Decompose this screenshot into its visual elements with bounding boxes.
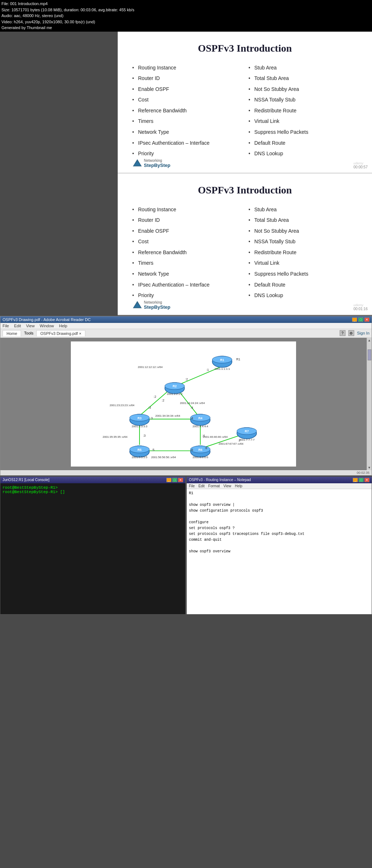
notepad-close-button[interactable]: ✕ [364, 478, 369, 482]
list-item: Enable OSPF [132, 228, 241, 235]
file-info-line2: Size: 10571701 bytes (10.08 MiB), durati… [1, 7, 371, 13]
toolbar-tools[interactable]: Tools [24, 331, 33, 335]
brand-networking-2: Networking [144, 300, 170, 304]
acrobat-scrollbar[interactable]: ▲ ▼ [367, 338, 372, 470]
list-item: IPsec Authentication – Interface [132, 140, 241, 147]
svg-text:2001:2:2:2:2: 2001:2:2:2:2 [167, 392, 182, 395]
slide-2-brand: Networking StepByStep [132, 300, 170, 310]
slide-1-content: Routing InstanceRouter IDEnable OSPFCost… [132, 64, 357, 161]
svg-text:2001:12:12:12::x/64: 2001:12:12:12::x/64 [138, 365, 163, 369]
brand-stepbystep: StepByStep [144, 163, 170, 168]
slide-1-col1-list: Routing InstanceRouter IDEnable OSPFCost… [132, 64, 241, 157]
notepad-menubar: File Edit Format View Help [187, 483, 372, 489]
terminal-close-button[interactable]: ✕ [178, 478, 183, 482]
list-item: NSSA Totally Stub [248, 96, 357, 104]
svg-text:2001:5:5:5:5: 2001:5:5:5:5 [132, 455, 147, 459]
notepad-menu-help[interactable]: Help [235, 484, 243, 488]
svg-text:2001:46:46:46::x/64: 2001:46:46:46::x/64 [203, 435, 228, 438]
list-item: Suppress Hello Packets [248, 129, 357, 136]
svg-text::5: :5 [152, 448, 154, 451]
menu-edit[interactable]: Edit [14, 324, 21, 328]
brand-text: Networking StepByStep [144, 159, 170, 168]
file-info-bar: File: 001 Introduction.mp4 Size: 1057170… [0, 0, 372, 32]
menu-view[interactable]: View [26, 324, 35, 328]
pdf-tab[interactable]: OSPFv3 Drawing.pdf × [36, 330, 85, 336]
list-item: Timers [132, 118, 241, 125]
slide-2-content: Routing InstanceRouter IDEnable OSPFCost… [132, 206, 357, 303]
scrollbar-thumb[interactable] [368, 349, 371, 360]
notepad-maximize-button[interactable]: □ [359, 478, 364, 482]
notepad-minimize-button[interactable]: _ [353, 478, 358, 482]
svg-text::3: :3 [148, 405, 151, 409]
svg-text:2001:6:6:6:6: 2001:6:6:6:6 [193, 455, 208, 459]
list-item: Total Stub Area [248, 217, 357, 224]
slide-2-col2: Stub AreaTotal Stub AreaNot So Stubby Ar… [248, 206, 357, 303]
svg-text:R5: R5 [137, 448, 141, 451]
svg-text::6: :6 [205, 446, 207, 449]
slide-2-col1-list: Routing InstanceRouter IDEnable OSPFCost… [132, 206, 241, 299]
acrobat-statusbar: 00:02:35 [0, 470, 372, 475]
settings-icon[interactable]: ⚙ [348, 330, 354, 336]
acrobat-minimize-button[interactable]: _ [352, 317, 357, 322]
list-item: Reference Bandwidth [132, 107, 241, 115]
list-item: Timers [132, 260, 241, 267]
svg-text:2001:67:67:67::x/64: 2001:67:67:67::x/64 [219, 442, 244, 445]
acrobat-close-button[interactable]: ✕ [364, 317, 369, 322]
terminal-prompt2: root@BestStepByStep-R1> [] [3, 490, 183, 494]
notepad-menu-edit[interactable]: Edit [198, 484, 205, 488]
svg-text:2001:3:3:3:3: 2001:3:3:3:3 [132, 424, 147, 428]
list-item: Priority [132, 292, 241, 299]
acrobat-window: OSPFv3 Drawing.pdf - Adobe Acrobat Reade… [0, 316, 372, 476]
slide-1-timestamp: udemy 00:00:57 [353, 161, 368, 169]
notepad-line [189, 514, 369, 520]
acrobat-toolbar: Home Tools OSPFv3 Drawing.pdf × ? ⚙ Sign… [0, 329, 372, 338]
menu-help[interactable]: Help [59, 324, 67, 328]
notepad-content[interactable]: R1 show ospf3 overview |show configurati… [187, 489, 372, 613]
list-item: Not So Stubby Area [248, 86, 357, 93]
slide-1-col2-list: Stub AreaTotal Stub AreaNot So Stubby Ar… [248, 64, 357, 157]
svg-text:R1: R1 [236, 357, 240, 361]
notepad-line: set protocols ospf3 traceoptions file os… [189, 531, 369, 537]
svg-text:R3: R3 [137, 416, 141, 420]
terminal-minimize-button[interactable]: _ [166, 478, 171, 482]
svg-text:2001:1:1:1:1: 2001:1:1:1:1 [214, 367, 230, 371]
slide-2-col2-list: Stub AreaTotal Stub AreaNot So Stubby Ar… [248, 206, 357, 299]
menu-window[interactable]: Window [40, 324, 54, 328]
brand-text-2: Networking StepByStep [144, 300, 170, 310]
notepad-menu-format[interactable]: Format [208, 484, 220, 488]
list-item: NSSA Totally Stub [248, 238, 357, 245]
acrobat-menubar: File Edit View Window Help [0, 323, 372, 329]
terminal-title: JunOS12.R1 [Local Console] [3, 478, 49, 482]
svg-text::4: :4 [190, 405, 193, 409]
notepad-menu-file[interactable]: File [189, 484, 195, 488]
menu-file[interactable]: File [3, 324, 9, 328]
signin-button[interactable]: Sign In [357, 331, 369, 335]
terminal-maximize-button[interactable]: □ [172, 478, 177, 482]
list-item: Not So Stubby Area [248, 228, 357, 235]
acrobat-titlebar-controls: _ □ ✕ [352, 317, 369, 322]
list-item: Redistribute Route [248, 249, 357, 256]
brand-logo-2-icon [132, 300, 142, 310]
list-item: Stub Area [248, 206, 357, 213]
list-item: Priority [132, 150, 241, 157]
svg-text:R2: R2 [173, 384, 177, 388]
slide-2-timestamp: udemy 00:01:16 [353, 303, 368, 311]
list-item: Redistribute Route [248, 107, 357, 115]
file-info-line3: Audio: aac, 48000 Hz, stereo (und) [1, 13, 371, 19]
svg-text:2001:23:23:23::x/64: 2001:23:23:23::x/64 [110, 403, 135, 407]
acrobat-maximize-button[interactable]: □ [358, 317, 363, 322]
toolbar-home[interactable]: Home [3, 330, 21, 336]
svg-text:2001:34:34:34::x/64: 2001:34:34:34::x/64 [155, 414, 181, 417]
notepad-line: show ospf3 overview [189, 549, 369, 555]
notepad-line: R1 [189, 491, 369, 496]
svg-text:2001:7:7:7:7: 2001:7:7:7:7 [239, 438, 255, 441]
list-item: Default Route [248, 281, 357, 289]
help-icon[interactable]: ? [340, 330, 345, 336]
list-item: Stub Area [248, 64, 357, 72]
notepad-line: show configuration protocols ospf3 [189, 508, 369, 514]
list-item: Network Type [132, 271, 241, 278]
list-item: Enable OSPF [132, 86, 241, 93]
terminal-titlebar: JunOS12.R1 [Local Console] _ □ ✕ [0, 477, 185, 483]
svg-text:2001:4:4:4:4: 2001:4:4:4:4 [193, 424, 209, 428]
notepad-menu-view[interactable]: View [223, 484, 231, 488]
